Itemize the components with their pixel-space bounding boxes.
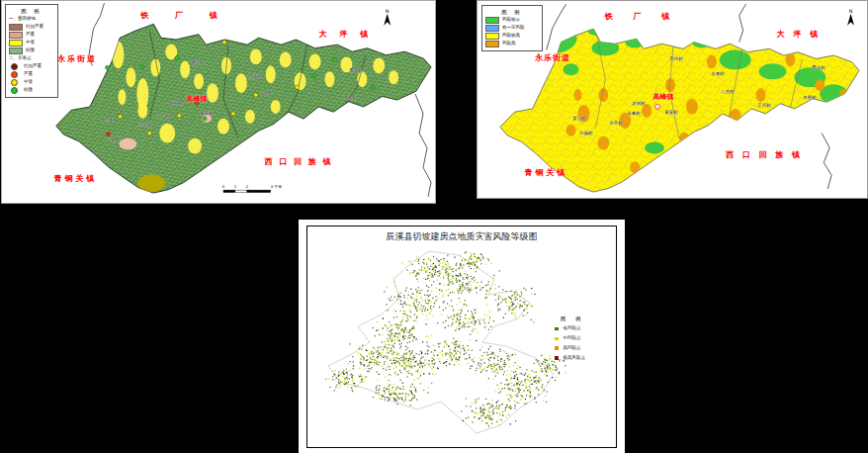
- legend-item: 低风险点: [553, 325, 624, 332]
- damage-patch: [194, 73, 204, 89]
- village-label: 木桥村: [343, 95, 357, 100]
- legend-symbol: [11, 63, 18, 70]
- town-label: 铁 厂 镇: [140, 10, 229, 21]
- legend-section-title: 二、灾害点: [9, 55, 54, 62]
- disaster-point-marker: [118, 115, 122, 119]
- village-label: 黑沟村: [812, 65, 825, 70]
- legend-item: 轻微: [9, 47, 54, 54]
- village-label: 升平村: [138, 123, 152, 128]
- damage-patch: [126, 67, 135, 87]
- village-label: 黄家村: [664, 110, 678, 115]
- damage-patch: [207, 83, 218, 103]
- damage-patch: [271, 100, 281, 114]
- disaster-point-marker: [222, 41, 226, 45]
- legend-label: 风险高: [502, 41, 516, 47]
- legend-item: 风险较高: [485, 33, 539, 40]
- village-label: 黄家村: [200, 111, 214, 116]
- low-risk-patch: [638, 28, 681, 44]
- legend-symbol: [555, 327, 559, 331]
- legend-label: 中风险点: [564, 335, 581, 342]
- legend-item: 高风险点: [553, 345, 624, 352]
- village-label: 农林村: [632, 101, 646, 106]
- legend-label: 特别严重: [26, 24, 43, 31]
- legend-symbol: [485, 17, 499, 24]
- town-label: 永乐街道: [57, 53, 97, 64]
- village-label: 二合村: [259, 90, 273, 95]
- village-label: 白杨村: [579, 131, 593, 136]
- bottom-map-title: 辰溪县切坡建房点地质灾害风险等级图: [299, 230, 625, 243]
- damage-patch: [118, 89, 126, 105]
- town-label: 高峰镇: [187, 94, 208, 104]
- disaster-point-marker: [105, 65, 109, 69]
- legend-symbol: [555, 337, 559, 341]
- legend-symbol: [9, 24, 23, 31]
- damage-patch: [309, 53, 321, 69]
- screenshot-root: { "colors": { "background": "#000000", "…: [0, 0, 868, 453]
- legend-symbol: [555, 356, 559, 360]
- village-label: 农林村: [168, 101, 182, 106]
- legend-symbol: [9, 47, 23, 54]
- damage-patch: [389, 70, 398, 84]
- town-label: 西 口 回 族 镇: [264, 156, 332, 167]
- legend-item: 严重: [9, 32, 54, 39]
- svg-text:4 千米: 4 千米: [271, 184, 282, 189]
- disaster-point-marker: [231, 112, 235, 116]
- legend-item: 特别严重: [9, 63, 54, 70]
- town-label: 西 口 回 族 镇: [726, 149, 803, 160]
- legend-label: 风险较高: [502, 33, 520, 40]
- svg-text:0: 0: [222, 185, 225, 189]
- legend-label: 中等: [24, 79, 33, 86]
- svg-text:N: N: [849, 8, 853, 14]
- disaster-point-marker: [254, 93, 258, 97]
- low-risk-patch: [495, 86, 515, 102]
- town-label: 大 坪 镇: [777, 29, 822, 40]
- disaster-point-marker: [296, 85, 300, 89]
- damage-patch: [245, 110, 255, 124]
- legend-item: 中等: [9, 40, 54, 46]
- right-map-panel: 2N 图 例 风险较小有一定风险风险较高风险高 铁 厂 镇大 坪 镇永乐街道高峰…: [477, 0, 868, 199]
- legend-symbol: [485, 25, 499, 32]
- town-label: 青 铜 关 镇: [525, 167, 564, 178]
- town-label: 高峰镇: [653, 92, 674, 102]
- svg-text:2: 2: [246, 185, 249, 189]
- legend-label: 风险较小: [502, 17, 520, 24]
- damage-patch: [235, 73, 247, 93]
- damage-patch: [357, 71, 367, 87]
- legend-item: 严重: [9, 71, 54, 78]
- north-arrow-icon: N: [384, 8, 391, 26]
- village-label: 升平村: [609, 121, 623, 126]
- damage-patch: [266, 65, 276, 83]
- county-boundary-line: [822, 134, 831, 189]
- disaster-point-marker: [147, 132, 151, 136]
- legend-title: 图 例: [9, 7, 54, 15]
- legend-item: 中等: [9, 79, 54, 86]
- village-label: 正河村: [757, 103, 771, 108]
- bottom-map-legend: 图 例 低风险点中风险点高风险点极高风险点: [550, 313, 627, 366]
- disaster-point-marker: [177, 114, 181, 118]
- town-label: 铁 厂 镇: [605, 11, 679, 22]
- damage-patch: [150, 58, 160, 76]
- legend-label: 中等: [26, 40, 35, 46]
- low-risk-patch: [833, 111, 853, 127]
- legend-label: 低风险点: [564, 325, 581, 332]
- legend-symbol: [555, 346, 559, 350]
- north-arrow-icon: N: [847, 8, 854, 26]
- town-label: 永乐街道: [535, 52, 570, 63]
- legend-item: 有一定风险: [485, 25, 539, 32]
- disaster-point-marker: [175, 55, 179, 59]
- svg-text:1: 1: [234, 185, 237, 189]
- disaster-point-marker: [139, 64, 143, 68]
- legend-item: 中风险点: [553, 335, 624, 342]
- legend-symbol: [9, 40, 23, 46]
- damage-patch: [217, 119, 229, 135]
- town-label: 青 铜 关 镇: [54, 173, 94, 184]
- legend-symbol: [11, 87, 18, 94]
- legend-label: 轻微: [24, 87, 33, 94]
- legend-symbol: [11, 79, 18, 86]
- disaster-point-marker: [311, 73, 315, 77]
- county-boundary-line: [415, 94, 431, 197]
- legend-item: 轻微: [9, 87, 54, 94]
- legend-label: 严重: [26, 32, 35, 39]
- town-seat-marker: 2: [654, 104, 659, 109]
- village-label: 红庙村: [248, 74, 262, 79]
